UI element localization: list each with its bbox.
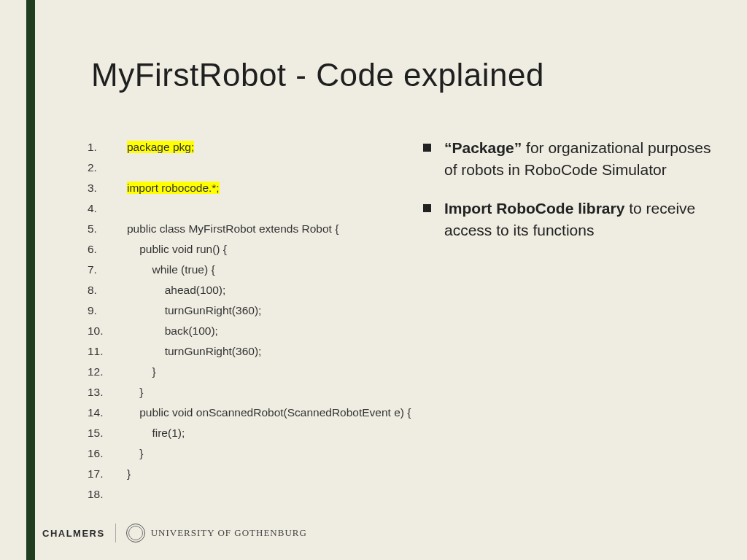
highlighted-code: import robocode.*; [127, 182, 220, 194]
bullet-text: “Package” for organizational purposes of… [444, 137, 715, 182]
code-line: 7. while (true) { [88, 260, 394, 280]
code-line: 1.package pkg; [88, 137, 394, 158]
code-text: fire(1); [127, 423, 185, 443]
content-area: 1.package pkg;2.3.import robocode.*;4.5.… [88, 137, 715, 505]
bullet-strong: Import RoboCode library [444, 200, 624, 217]
code-text: package pkg; [127, 137, 194, 158]
code-line: 4. [88, 198, 394, 219]
bullet-square-icon [423, 144, 431, 152]
code-line: 6. public void run() { [88, 239, 394, 260]
code-text: } [127, 382, 143, 402]
code-text: } [127, 443, 143, 464]
line-number: 15. [88, 423, 127, 443]
bullets-column: “Package” for organizational purposes of… [423, 137, 715, 505]
code-line: 18. [88, 484, 394, 505]
slide: MyFirstRobot - Code explained 1.package … [0, 0, 747, 560]
code-line: 9. turnGunRight(360); [88, 300, 394, 321]
code-text: } [127, 464, 131, 484]
code-text: public class MyFirstRobot extends Robot … [127, 219, 338, 239]
bullet-item: “Package” for organizational purposes of… [423, 137, 715, 182]
highlighted-code: package pkg; [127, 141, 194, 153]
line-number: 4. [88, 198, 127, 219]
slide-title: MyFirstRobot - Code explained [91, 57, 544, 93]
line-number: 3. [88, 178, 127, 198]
code-line: 15. fire(1); [88, 423, 394, 443]
line-number: 8. [88, 280, 127, 300]
line-number: 11. [88, 341, 127, 362]
code-line: 13. } [88, 382, 394, 402]
line-number: 9. [88, 300, 127, 321]
line-number: 16. [88, 443, 127, 464]
code-text: turnGunRight(360); [127, 300, 261, 321]
accent-bar [26, 0, 35, 560]
gothenburg-seal-icon [126, 524, 145, 542]
code-text: back(100); [127, 321, 218, 341]
gothenburg-logo: UNIVERSITY OF GOTHENBURG [126, 524, 307, 542]
line-number: 6. [88, 239, 127, 260]
bullet-item: Import RoboCode library to receive acces… [423, 198, 715, 242]
code-line: 2. [88, 158, 394, 178]
line-number: 1. [88, 137, 127, 158]
code-text: import robocode.*; [127, 178, 220, 198]
gothenburg-text: UNIVERSITY OF GOTHENBURG [151, 527, 307, 539]
code-line: 10. back(100); [88, 321, 394, 341]
bullet-text: Import RoboCode library to receive acces… [444, 198, 715, 242]
code-line: 16. } [88, 443, 394, 464]
code-column: 1.package pkg;2.3.import robocode.*;4.5.… [88, 137, 394, 505]
line-number: 14. [88, 402, 127, 423]
footer: CHALMERS UNIVERSITY OF GOTHENBURG [42, 524, 307, 542]
chalmers-logo: CHALMERS [42, 528, 105, 539]
line-number: 17. [88, 464, 127, 484]
code-line: 5.public class MyFirstRobot extends Robo… [88, 219, 394, 239]
code-text: } [127, 362, 156, 382]
bullet-strong: “Package” [444, 139, 522, 156]
line-number: 10. [88, 321, 127, 341]
code-line: 3.import robocode.*; [88, 178, 394, 198]
line-number: 13. [88, 382, 127, 402]
code-line: 17.} [88, 464, 394, 484]
code-line: 8. ahead(100); [88, 280, 394, 300]
line-number: 2. [88, 158, 127, 178]
footer-divider [115, 524, 116, 542]
code-line: 14. public void onScannedRobot(ScannedRo… [88, 402, 394, 423]
code-text: public void run() { [127, 239, 227, 260]
line-number: 5. [88, 219, 127, 239]
line-number: 12. [88, 362, 127, 382]
bullet-square-icon [423, 204, 431, 212]
code-text: public void onScannedRobot(ScannedRobotE… [127, 402, 411, 423]
code-line: 11. turnGunRight(360); [88, 341, 394, 362]
code-text: while (true) { [127, 260, 215, 280]
line-number: 18. [88, 484, 127, 505]
code-line: 12. } [88, 362, 394, 382]
code-text: turnGunRight(360); [127, 341, 261, 362]
code-text: ahead(100); [127, 280, 225, 300]
line-number: 7. [88, 260, 127, 280]
